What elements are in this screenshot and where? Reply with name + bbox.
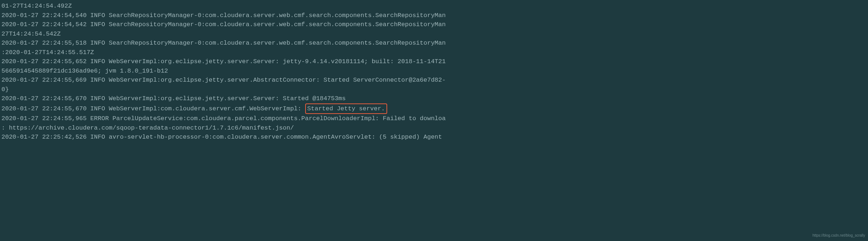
log-line: 2020-01-27 22:24:55,652 INFO WebServerIm… <box>1 57 867 66</box>
log-line: : https://archive.cloudera.com/sqoop-ter… <box>1 123 867 133</box>
highlighted-text: Started Jetty server. <box>305 103 387 114</box>
watermark: https://blog.csdn.net/blog_scrally <box>812 233 865 238</box>
log-prefix: 2020-01-27 22:24:55,670 INFO WebServerIm… <box>1 105 305 112</box>
log-line: 2020-01-27 22:24:54,542 INFO SearchRepos… <box>1 20 867 29</box>
log-line: 2020-01-27 22:24:55,518 INFO SearchRepos… <box>1 38 867 48</box>
log-line: 2020-01-27 22:25:42,526 INFO avro-servle… <box>1 132 867 142</box>
log-line: 27T14:24:54.542Z <box>1 29 867 39</box>
terminal-output: 01-27T14:24:54.492Z 2020-01-27 22:24:54,… <box>1 1 867 142</box>
log-line: 2020-01-27 22:24:54,540 INFO SearchRepos… <box>1 11 867 20</box>
log-line-highlighted: 2020-01-27 22:24:55,670 INFO WebServerIm… <box>1 103 867 114</box>
log-line: 5665914545889f21dc136ad9e6; jvm 1.8.0_19… <box>1 66 867 76</box>
log-line: 2020-01-27 22:24:55,670 INFO WebServerIm… <box>1 94 867 103</box>
log-line: 0} <box>1 85 867 94</box>
log-line: :2020-01-27T14:24:55.517Z <box>1 48 867 57</box>
log-line: 01-27T14:24:54.492Z <box>1 1 867 11</box>
log-line: 2020-01-27 22:24:55,669 INFO WebServerIm… <box>1 75 867 85</box>
log-line: 2020-01-27 22:24:55,965 ERROR ParcelUpda… <box>1 114 867 123</box>
